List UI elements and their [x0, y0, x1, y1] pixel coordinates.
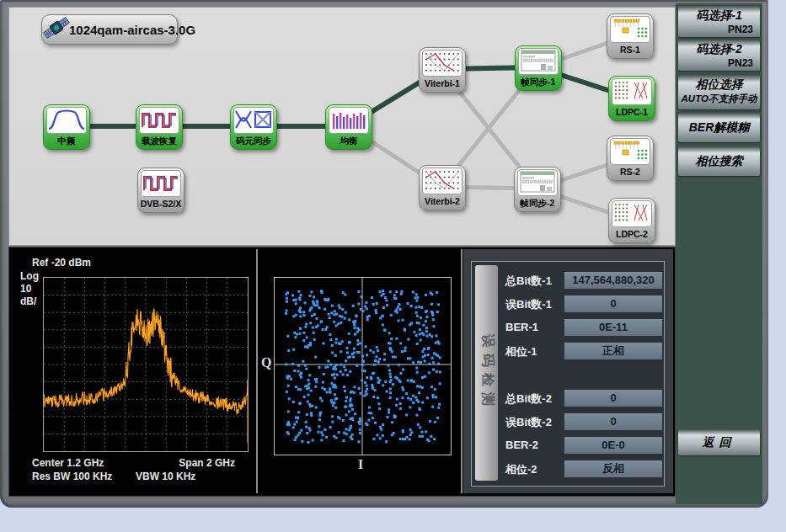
button-subtext: PN23: [678, 24, 760, 35]
ber-row-label: 总Bit数-2: [505, 391, 552, 407]
node-equalizer[interactable]: 均衡: [325, 104, 372, 150]
q-axis-label: Q: [261, 355, 271, 370]
constellation-dots: [275, 278, 451, 455]
node-if[interactable]: 中频: [43, 104, 90, 150]
main-window: 1024qam-aircas-3.0G 中频载波恢复码元同步均衡DVB-S2/X…: [0, 0, 768, 508]
ber-row-value: 0: [564, 413, 662, 430]
node-dvb-s2x[interactable]: DVB-S2/X: [137, 168, 184, 213]
button-title: 相位搜索: [696, 154, 743, 169]
panel-divider: [256, 249, 258, 493]
ber-section-label: 误码检测: [478, 334, 495, 412]
ber-row-误Bit数-2: 误Bit数-20: [505, 413, 662, 430]
spectrum-span-label: Span 2 GHz: [163, 457, 235, 469]
node-ldpc-2[interactable]: LDPC-2: [608, 198, 655, 243]
panel-divider: [461, 249, 463, 493]
spectrum-display: Ref -20 dBm Log 10 dB/ Center 1.2 GHz Sp…: [12, 248, 256, 494]
node-label: 载波恢复: [136, 134, 182, 148]
ber-row-value: 反相: [564, 460, 662, 477]
node-viterbi-2[interactable]: Viterbi-2: [419, 165, 466, 210]
button-title: 码选择-2: [678, 40, 760, 57]
signal-chain-panel: 1024qam-aircas-3.0G 中频载波恢复码元同步均衡DVB-S2/X…: [8, 7, 676, 246]
ber-row-相位-2: 相位-2反相: [505, 460, 662, 477]
carrier-wave-icon: [141, 170, 181, 197]
satellite-icon: [42, 13, 71, 45]
return-button-label: 返回: [703, 435, 736, 450]
sidebar-button-code-select-1[interactable]: 码选择-1PN23: [678, 6, 760, 37]
node-rs-2[interactable]: RS-2: [607, 136, 654, 181]
sidebar-button-code-select-2[interactable]: 码选择-2PN23: [678, 40, 760, 71]
button-title: 相位选择: [678, 75, 760, 93]
ber-box: 误码检测 总Bit数-1147,564,880,320误Bit数-10BER-1…: [471, 261, 665, 487]
node-label: LDPC-1: [609, 105, 655, 120]
ber-row-value: 0E-0: [564, 437, 662, 454]
spectrum-resbw-label: Res BW 100 KHz: [32, 471, 112, 482]
ber-row-label: 误Bit数-1: [505, 297, 552, 312]
ber-row-label: 相位-2: [505, 462, 537, 477]
spectrum-vbw-label: VBW 10 KHz: [136, 471, 195, 482]
ldpc-graph-icon: [612, 200, 652, 227]
spectrum-log-label: Log: [20, 270, 39, 282]
node-label: LDPC-2: [609, 227, 655, 242]
button-subtext: AUTO不支持手动: [678, 93, 760, 105]
frame-window-icon: [517, 169, 558, 196]
sidebar-button-phase-select[interactable]: 相位选择AUTO不支持手动: [678, 75, 760, 109]
mission-title-label: 1024qam-aircas-3.0G: [69, 23, 195, 37]
node-label: RS-2: [607, 165, 653, 179]
button-title: 码选择-1: [678, 6, 760, 24]
node-symbol-sync[interactable]: 码元同步: [230, 104, 277, 150]
control-sidebar: 码选择-1PN23码选择-2PN23相位选择AUTO不支持手动BER解模糊相位搜…: [676, 3, 762, 504]
ber-row-label: 总Bit数-1: [505, 274, 552, 289]
if-spectrum-icon: [46, 107, 87, 134]
node-label: DVB-S2/X: [138, 197, 184, 211]
trellis-icon: [422, 50, 463, 77]
app-root: { "title_button": { "label": "1024qam-ai…: [0, 0, 786, 532]
ber-row-相位-1: 相位-1正相: [505, 343, 662, 359]
ber-row-value: 0E-11: [564, 319, 662, 336]
ber-row-总Bit数-2: 总Bit数-20: [505, 390, 662, 407]
ber-row-BER-1: BER-10E-11: [505, 319, 662, 336]
ber-monitor-panel: 误码检测 总Bit数-1147,564,880,320误Bit数-10BER-1…: [463, 249, 673, 493]
trellis-icon: [422, 168, 463, 194]
ber-row-BER-2: BER-20E-0: [505, 437, 662, 454]
equalizer-bars-icon: [329, 107, 369, 134]
return-button[interactable]: 返回: [678, 429, 760, 455]
ber-row-label: BER-1: [505, 321, 538, 333]
constellation-display: Q I: [259, 248, 461, 494]
spectrum-trace: [44, 278, 248, 451]
ber-row-value: 0: [564, 390, 662, 407]
ber-section-label-bar: 误码检测: [475, 265, 498, 481]
carrier-wave-icon: [139, 107, 179, 134]
rs-tree-icon: [610, 16, 650, 43]
node-carrier[interactable]: 载波恢复: [136, 104, 183, 150]
node-label: 中频: [44, 134, 89, 148]
ber-row-误Bit数-1: 误Bit数-10: [505, 295, 662, 312]
node-ldpc-1[interactable]: LDPC-1: [608, 76, 655, 121]
node-label: Viterbi-2: [420, 194, 465, 209]
node-frame-sync-2[interactable]: 帧同步-2: [514, 167, 561, 212]
ber-row-value: 147,564,880,320: [564, 272, 662, 289]
i-axis-label: I: [358, 457, 363, 472]
spectrum-scale-label: 10: [20, 283, 31, 295]
button-title: BER解模糊: [689, 120, 750, 136]
constellation-plot: [274, 277, 452, 455]
eye-diagram-icon: [233, 107, 274, 134]
ber-row-value: 正相: [564, 343, 662, 359]
mission-title-button[interactable]: 1024qam-aircas-3.0G: [41, 14, 178, 45]
node-label: RS-1: [607, 43, 653, 57]
node-label: 帧同步-1: [516, 75, 561, 89]
node-viterbi-1[interactable]: Viterbi-1: [419, 47, 466, 93]
node-label: 均衡: [326, 134, 372, 148]
node-frame-sync-1[interactable]: 帧同步-1: [515, 45, 562, 91]
node-label: Viterbi-1: [420, 77, 465, 91]
spectrum-plot: [43, 277, 249, 452]
ber-row-label: 相位-1: [505, 344, 537, 359]
monitor-panel: Ref -20 dBm Log 10 dB/ Center 1.2 GHz Sp…: [8, 247, 676, 497]
sidebar-button-phase-search[interactable]: 相位搜索: [678, 146, 760, 176]
spectrum-unit-label: dB/: [20, 295, 36, 307]
rs-tree-icon: [610, 138, 650, 165]
node-rs-1[interactable]: RS-1: [607, 13, 654, 59]
ldpc-graph-icon: [612, 78, 652, 105]
sidebar-button-ber-deambiguity[interactable]: BER解模糊: [678, 113, 760, 142]
ber-row-总Bit数-1: 总Bit数-1147,564,880,320: [505, 272, 662, 289]
node-label: 码元同步: [231, 134, 276, 148]
